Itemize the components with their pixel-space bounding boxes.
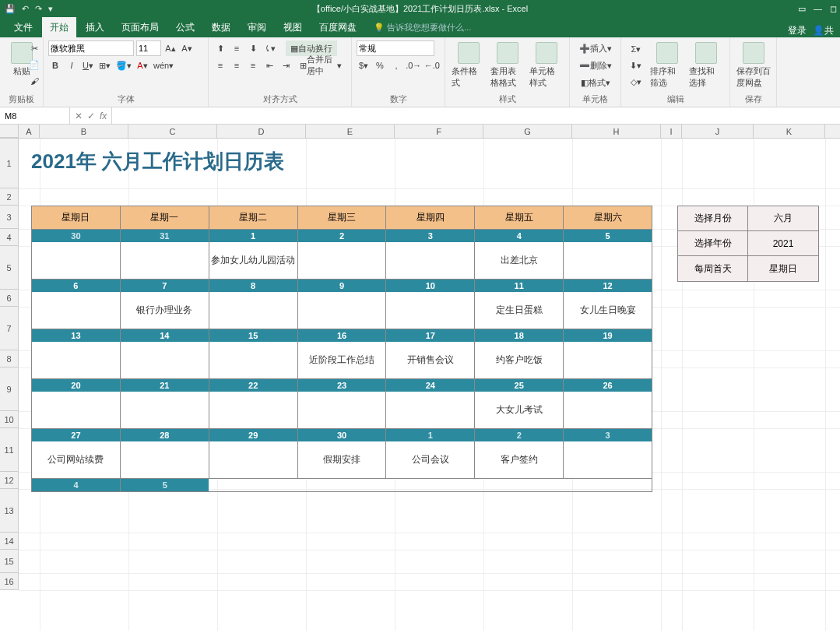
- align-left-icon[interactable]: ≡: [213, 58, 227, 73]
- accounting-icon[interactable]: $▾: [357, 58, 371, 73]
- save-baidu-button[interactable]: 保存到百度网盘: [735, 40, 772, 90]
- day-cell[interactable]: 公司网站续费: [32, 441, 121, 479]
- copy-icon[interactable]: 📄: [27, 57, 41, 72]
- day-cell[interactable]: 参加女儿幼儿园活动: [209, 242, 298, 280]
- fx-confirm-icon[interactable]: ✓: [87, 111, 95, 121]
- align-right-icon[interactable]: ≡: [246, 58, 260, 73]
- select-all-corner[interactable]: [0, 125, 19, 138]
- row-header[interactable]: 2: [0, 188, 19, 206]
- undo-icon[interactable]: ↶: [22, 4, 29, 14]
- percent-icon[interactable]: %: [373, 58, 387, 73]
- setting-cell[interactable]: 星期日: [748, 256, 818, 281]
- fx-icon[interactable]: fx: [100, 111, 107, 121]
- day-cell[interactable]: [209, 392, 298, 429]
- day-cell[interactable]: [32, 392, 121, 429]
- setting-cell[interactable]: 每周首天: [678, 256, 748, 281]
- merge-center-button[interactable]: ⊞ 合并后居中 ▾: [295, 58, 346, 73]
- row-header[interactable]: 5: [0, 246, 19, 290]
- fx-cancel-icon[interactable]: ✕: [75, 111, 83, 121]
- row-header[interactable]: 7: [0, 307, 19, 350]
- save-icon[interactable]: 💾: [5, 4, 16, 14]
- cut-icon[interactable]: ✂: [27, 40, 41, 56]
- day-cell[interactable]: [209, 342, 298, 379]
- row-header[interactable]: 1: [0, 139, 19, 188]
- setting-cell[interactable]: 2021: [748, 231, 818, 256]
- tell-me[interactable]: 💡 告诉我您想要做什么...: [366, 18, 479, 37]
- col-header[interactable]: E: [306, 125, 395, 138]
- row-header[interactable]: 16: [0, 573, 19, 590]
- tab-file[interactable]: 文件: [6, 17, 40, 37]
- row-header[interactable]: 14: [0, 533, 19, 550]
- col-header[interactable]: H: [572, 125, 661, 138]
- col-header[interactable]: C: [128, 125, 217, 138]
- day-cell[interactable]: 近阶段工作总结: [298, 342, 387, 379]
- fill-icon[interactable]: ⬇▾: [626, 58, 646, 73]
- comma-icon[interactable]: ,: [389, 58, 403, 73]
- col-header[interactable]: F: [395, 125, 483, 138]
- col-header[interactable]: G: [483, 125, 572, 138]
- day-cell[interactable]: [298, 292, 387, 329]
- ribbon-options-icon[interactable]: ▭: [798, 4, 806, 14]
- font-name[interactable]: [48, 40, 134, 56]
- day-cell[interactable]: 客户签约: [475, 441, 564, 479]
- setting-cell[interactable]: 选择月份: [678, 206, 748, 231]
- day-cell[interactable]: [209, 292, 298, 329]
- day-cell[interactable]: 大女儿考试: [475, 392, 564, 429]
- login-link[interactable]: 登录: [788, 24, 807, 37]
- day-cell[interactable]: [121, 242, 209, 280]
- dec-decimal-icon[interactable]: ←.0: [424, 58, 441, 73]
- day-cell[interactable]: [386, 392, 475, 429]
- font-size[interactable]: [136, 40, 161, 56]
- find-select-button[interactable]: 查找和选择: [687, 40, 725, 90]
- insert-cells-button[interactable]: ➕ 插入 ▾: [575, 40, 616, 56]
- align-center-icon[interactable]: ≡: [230, 58, 244, 73]
- day-cell[interactable]: [121, 342, 209, 379]
- day-cell[interactable]: 约客户吃饭: [475, 342, 564, 379]
- tab-home[interactable]: 开始: [42, 17, 76, 37]
- col-header[interactable]: D: [217, 125, 306, 138]
- day-cell[interactable]: [298, 392, 387, 429]
- day-cell[interactable]: 银行办理业务: [121, 292, 209, 329]
- day-cell[interactable]: 开销售会议: [386, 342, 475, 379]
- italic-button[interactable]: I: [65, 58, 79, 73]
- indent-inc-icon[interactable]: ⇥: [279, 58, 293, 73]
- row-header[interactable]: 4: [0, 229, 19, 246]
- day-cell[interactable]: 假期安排: [298, 441, 387, 479]
- row-header[interactable]: 13: [0, 489, 19, 533]
- row-header[interactable]: 3: [0, 206, 19, 229]
- day-cell[interactable]: [298, 242, 387, 280]
- clear-icon[interactable]: ◇▾: [626, 74, 646, 90]
- row-header[interactable]: 12: [0, 472, 19, 489]
- align-middle-icon[interactable]: ≡: [230, 40, 244, 56]
- day-cell[interactable]: [386, 292, 475, 329]
- redo-icon[interactable]: ↷: [35, 4, 42, 14]
- worksheet[interactable]: ABCDEFGHIJK 12345678910111213141516 2021…: [0, 125, 840, 631]
- col-header[interactable]: A: [19, 125, 40, 138]
- day-cell[interactable]: [121, 392, 209, 429]
- day-cell[interactable]: [564, 441, 652, 479]
- tab-baidu[interactable]: 百度网盘: [311, 17, 364, 37]
- col-header[interactable]: I: [661, 125, 682, 138]
- col-header[interactable]: J: [682, 125, 754, 138]
- minimize-icon[interactable]: —: [814, 4, 822, 14]
- day-cell[interactable]: [564, 392, 652, 429]
- sort-filter-button[interactable]: 排序和筛选: [648, 40, 686, 90]
- row-header[interactable]: 8: [0, 350, 19, 367]
- row-header[interactable]: 11: [0, 428, 19, 472]
- phonetic-button[interactable]: wén▾: [152, 58, 175, 73]
- tab-layout[interactable]: 页面布局: [114, 17, 167, 37]
- autosum-icon[interactable]: Σ▾: [626, 41, 646, 57]
- grow-font-icon[interactable]: A▴: [163, 40, 177, 56]
- border-button[interactable]: ⊞▾: [97, 58, 112, 73]
- col-header[interactable]: B: [40, 125, 128, 138]
- number-format[interactable]: [357, 40, 434, 56]
- delete-cells-button[interactable]: ➖ 删除 ▾: [575, 58, 616, 73]
- shrink-font-icon[interactable]: A▾: [180, 40, 194, 56]
- day-cell[interactable]: 女儿生日晚宴: [564, 292, 652, 329]
- format-cells-button[interactable]: ◧ 格式 ▾: [575, 75, 616, 90]
- tab-review[interactable]: 审阅: [240, 17, 274, 37]
- row-header[interactable]: 6: [0, 290, 19, 307]
- tab-view[interactable]: 视图: [276, 17, 310, 37]
- tab-formulas[interactable]: 公式: [168, 17, 202, 37]
- align-top-icon[interactable]: ⬆: [213, 40, 227, 56]
